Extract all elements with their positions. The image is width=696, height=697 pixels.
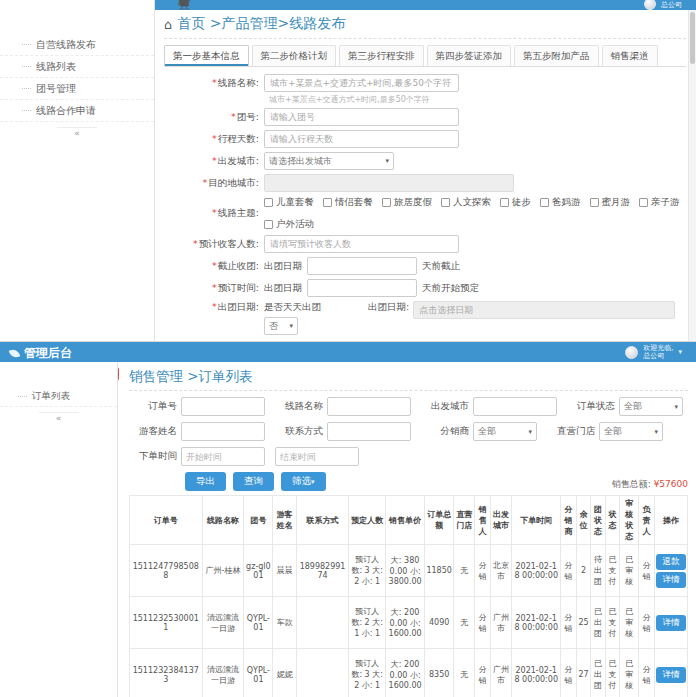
- route-name-label: 线路名称: [275, 400, 327, 413]
- column-header: 销售单价: [386, 496, 425, 545]
- contact-label: 联系方式: [275, 425, 327, 438]
- cell-guest-name: 妮妮: [273, 649, 296, 697]
- step-tab[interactable]: 第一步基本信息: [164, 45, 249, 66]
- divider: [164, 38, 686, 39]
- checkbox-icon: [441, 198, 450, 207]
- booking-time-label: *预订时间:: [164, 282, 264, 295]
- cell-actions: 详情: [654, 649, 687, 697]
- column-header: 余位: [576, 496, 591, 545]
- sidebar-item[interactable]: 团号管理: [0, 78, 154, 100]
- theme-checkbox[interactable]: 情侣套餐: [323, 196, 373, 209]
- group-no-input[interactable]: [264, 108, 459, 126]
- cell-order-no: 15112323841373: [130, 649, 203, 697]
- booking-days-input[interactable]: [307, 279, 417, 297]
- column-header: 团状态: [591, 496, 606, 545]
- route-publish-page: ⌂ 首页 >产品管理>线路发布 第一步基本信息 第二步价格计划 第三步行程安排 …: [156, 10, 696, 341]
- cell-route-name: 清远漂流一日游: [202, 649, 244, 697]
- filter-button[interactable]: 筛选▾: [281, 472, 326, 491]
- step-tab[interactable]: 第五步附加产品: [514, 45, 599, 66]
- cell-city: 北京市: [490, 545, 511, 597]
- cell-group-status: 已出团: [591, 649, 606, 697]
- route-name-input[interactable]: [327, 397, 411, 416]
- route-name-input[interactable]: [264, 74, 459, 92]
- cell-order-no: 15112325300011: [130, 597, 203, 649]
- theme-checkbox[interactable]: 亲子游: [639, 196, 680, 209]
- query-button[interactable]: 查询: [233, 472, 274, 491]
- user-menu[interactable]: 欢迎光临, 总公司 ▾: [625, 342, 682, 362]
- cell-order-time: 2021-02-18 00:00:00: [512, 545, 561, 597]
- sidebar-item[interactable]: 线路合作申请: [0, 100, 154, 122]
- sidebar-item[interactable]: 订单列表: [0, 386, 117, 407]
- distributor-select[interactable]: 全部 ▾: [473, 422, 537, 441]
- guest-name-input[interactable]: [181, 422, 265, 441]
- scrollbar-track[interactable]: [688, 10, 696, 341]
- sidebar-item[interactable]: 线路列表: [0, 56, 154, 78]
- daily-tour-select[interactable]: 否 ▾: [264, 317, 298, 335]
- caret-down-icon: ▾: [678, 348, 682, 356]
- filter-form: 订单号 线路名称 出发城市 订单状态 全部 ▾ 游客姓名 联系方式 分销商: [129, 397, 688, 466]
- depart-city-input[interactable]: [473, 397, 557, 416]
- theme-checkbox[interactable]: 徒步: [500, 196, 531, 209]
- step-tab[interactable]: 第二步价格计划: [252, 45, 337, 66]
- scrollbar-thumb[interactable]: [690, 12, 695, 64]
- dest-city-input: [264, 174, 514, 192]
- user-menu[interactable]: 总公司: [644, 0, 682, 10]
- cell-order-time: 2021-02-18 00:00:00: [512, 597, 561, 649]
- cell-seller: 分销: [475, 597, 491, 649]
- route-theme-label: *线路主题:: [164, 207, 264, 220]
- cell-owner: 分销: [639, 649, 655, 697]
- depart-city-select[interactable]: 请选择出发城市 ▾: [264, 152, 394, 170]
- cell-group-no: gz-gl001: [244, 545, 273, 597]
- end-time-input[interactable]: [275, 447, 359, 466]
- start-time-input[interactable]: [181, 447, 265, 466]
- order-status-select[interactable]: 全部 ▾: [619, 397, 683, 416]
- step-tab[interactable]: 第四步签证添加: [427, 45, 512, 66]
- theme-checkbox[interactable]: 爸妈游: [540, 196, 581, 209]
- theme-checkbox[interactable]: 旅居度假: [382, 196, 432, 209]
- theme-checkbox[interactable]: 户外活动: [264, 218, 314, 231]
- sidebar-collapse-button[interactable]: «: [57, 127, 97, 138]
- caret-down-icon: ▾: [385, 157, 389, 165]
- row-action-primary-button[interactable]: 详情: [656, 667, 686, 683]
- cell-audit-status: 已审核: [620, 649, 639, 697]
- direct-store-select[interactable]: 全部 ▾: [599, 422, 663, 441]
- order-no-input[interactable]: [181, 397, 265, 416]
- row-action-primary-button[interactable]: 详情: [656, 615, 686, 631]
- cell-order-time: 2021-02-18 00:00:00: [512, 649, 561, 697]
- sidebar-item[interactable]: 自营线路发布: [0, 34, 154, 56]
- cell-pay-status: 已支付: [605, 545, 620, 597]
- caret-down-icon: ▾: [674, 403, 678, 411]
- cell-guest-name: 晨晨: [273, 545, 296, 597]
- cell-seats: 27: [576, 649, 591, 697]
- column-header: 状态: [605, 496, 620, 545]
- theme-checkbox[interactable]: 蜜月游: [590, 196, 631, 209]
- cell-people: 预订人数: 2 大: 1 小: 1: [349, 597, 386, 649]
- dest-city-label: *目的地城市:: [164, 177, 264, 190]
- group-no-label: *团号:: [164, 111, 264, 124]
- table-row: 15112323841373 清远漂流一日游 QYPL-01 妮妮 预订人数: …: [130, 649, 688, 697]
- expected-guests-input[interactable]: [264, 235, 459, 253]
- order-list-page: 销售管理 >订单列表 订单号 线路名称 出发城市 订单状态 全部 ▾ 游客姓名: [119, 362, 696, 697]
- column-header: 销售人: [475, 496, 491, 545]
- contact-input[interactable]: [327, 422, 411, 441]
- cell-route-name: 清远漂流一日游: [202, 597, 244, 649]
- cell-pay-status: 已支付: [605, 649, 620, 697]
- route-form: *线路名称: 城市+某景点+交通方式+时间,最多50个字符 *团号: *行程天数…: [164, 74, 686, 341]
- step-tab[interactable]: 第三步行程安排: [339, 45, 424, 66]
- trip-days-input[interactable]: [264, 130, 459, 148]
- tour-date-input[interactable]: [413, 301, 675, 319]
- row-action-primary-button[interactable]: 退款: [656, 554, 686, 570]
- divider: [129, 390, 688, 391]
- row-action-secondary-button[interactable]: 详情: [656, 572, 686, 588]
- column-header: 直营门店: [454, 496, 475, 545]
- theme-checkbox[interactable]: 儿童套餐: [264, 196, 314, 209]
- cell-seats: 25: [576, 597, 591, 649]
- step-tab[interactable]: 销售渠道: [602, 45, 658, 66]
- breadcrumb-text: 首页 >产品管理>线路发布: [177, 15, 345, 33]
- deadline-days-input[interactable]: [307, 257, 417, 275]
- sidebar-collapse-button[interactable]: «: [39, 412, 79, 423]
- theme-checkbox[interactable]: 人文探索: [441, 196, 491, 209]
- route-name-label: *线路名称:: [164, 77, 264, 90]
- export-button[interactable]: 导出: [185, 472, 226, 491]
- cell-people: 预订人数: 3 大: 2 小: 1: [349, 649, 386, 697]
